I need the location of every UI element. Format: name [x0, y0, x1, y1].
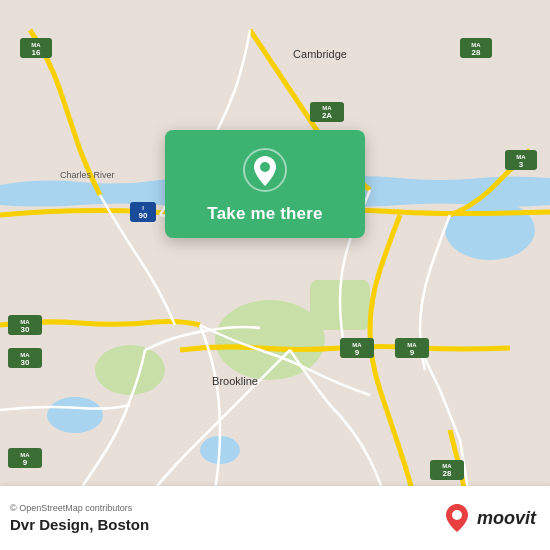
- bottom-bar: © OpenStreetMap contributors Dvr Design,…: [0, 486, 550, 550]
- moovit-text: moovit: [477, 508, 536, 529]
- svg-text:30: 30: [21, 325, 30, 334]
- svg-text:9: 9: [23, 458, 28, 467]
- osm-attribution: © OpenStreetMap contributors: [10, 503, 149, 513]
- svg-text:Charles River: Charles River: [60, 170, 115, 180]
- svg-text:90: 90: [139, 211, 148, 220]
- svg-point-47: [260, 162, 270, 172]
- svg-text:16: 16: [32, 48, 41, 57]
- svg-rect-0: [0, 30, 550, 520]
- svg-text:28: 28: [443, 469, 452, 478]
- svg-text:3: 3: [519, 160, 524, 169]
- svg-point-6: [95, 345, 165, 395]
- moovit-logo: moovit: [441, 502, 536, 534]
- take-me-there-button[interactable]: Take me there: [207, 204, 322, 224]
- location-name: Dvr Design, Boston: [10, 516, 149, 533]
- svg-text:Cambridge: Cambridge: [293, 48, 347, 60]
- location-info: © OpenStreetMap contributors Dvr Design,…: [10, 503, 149, 533]
- svg-text:9: 9: [410, 348, 415, 357]
- map-svg: MA 16 MA 16 MA 28 I 90 MA 2A MA 3 MA 30 …: [0, 0, 550, 550]
- svg-text:9: 9: [355, 348, 360, 357]
- svg-text:2A: 2A: [322, 111, 332, 120]
- svg-text:30: 30: [21, 358, 30, 367]
- moovit-brand-icon: [441, 502, 473, 534]
- svg-text:28: 28: [472, 48, 481, 57]
- location-pin-icon: [243, 148, 287, 192]
- svg-text:Brookline: Brookline: [212, 375, 258, 387]
- map-container: MA 16 MA 16 MA 28 I 90 MA 2A MA 3 MA 30 …: [0, 0, 550, 550]
- location-card: Take me there: [165, 130, 365, 238]
- svg-point-48: [452, 510, 462, 520]
- svg-point-2: [47, 397, 103, 433]
